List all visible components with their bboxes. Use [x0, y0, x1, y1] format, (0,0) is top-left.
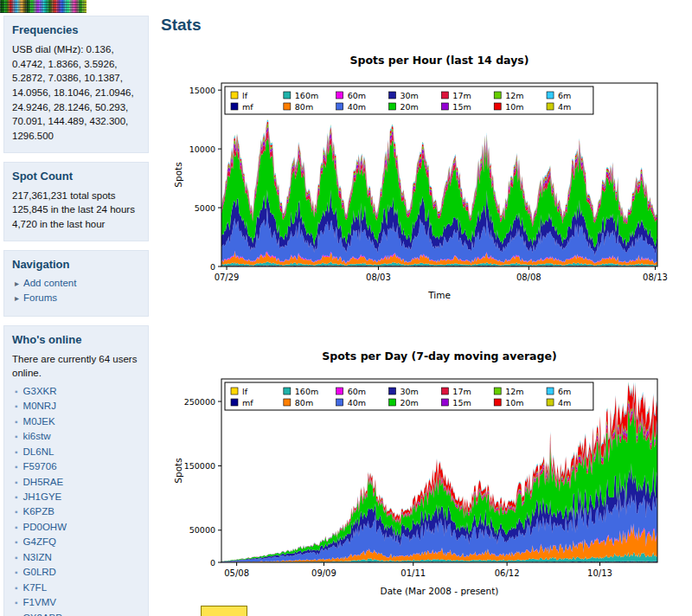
nav-item: Add content [15, 277, 140, 290]
x-axis-label: Date (Mar 2008 - present) [381, 586, 499, 596]
legend-label-20m: 20m [400, 102, 419, 112]
legend-swatch-17m [441, 92, 448, 99]
legend-label-20m: 20m [400, 398, 419, 407]
legend-label-40m: 40m [348, 102, 366, 112]
user-link[interactable]: JH1GYE [23, 491, 62, 502]
legend-label-mf: mf [242, 398, 253, 407]
user-link[interactable]: ki6stw [23, 431, 51, 441]
chart-title: Spots per Hour (last 14 days) [350, 54, 529, 67]
legend-swatch-4m [547, 399, 554, 406]
navigation-title: Navigation [12, 258, 140, 271]
sidebar-block-navigation: Navigation Add contentForums [3, 250, 149, 317]
chart-title: Spots per Day (7-day moving average) [322, 350, 556, 363]
user-link[interactable]: CX2ABP [23, 613, 62, 616]
online-user-item: N3IZN [15, 551, 140, 564]
legend-swatch-80m [284, 103, 291, 110]
legend-label-80m: 80m [295, 398, 313, 407]
user-link[interactable]: DL6NL [23, 446, 54, 457]
online-user-item: G4ZFQ [15, 536, 140, 549]
chart-legend: lf160m60m30m17m12m6mmf80m40m20m15m10m4m [225, 382, 593, 410]
frequencies-text: USB dial (MHz): 0.136, 0.4742, 1.8366, 3… [12, 42, 140, 144]
online-user-item: PD0OHW [15, 521, 140, 534]
legend-label-6m: 6m [558, 387, 571, 396]
online-user-item: G3XKR [15, 385, 140, 398]
online-user-item: K6PZB [15, 505, 140, 518]
user-link[interactable]: G0LRD [23, 567, 56, 577]
online-user-item: K7FL [15, 581, 140, 594]
sidebar-block-frequencies: Frequencies USB dial (MHz): 0.136, 0.474… [3, 16, 149, 153]
navigation-links: Add contentForums [12, 277, 140, 305]
sidebar: Frequencies USB dial (MHz): 0.136, 0.474… [3, 16, 149, 616]
legend-swatch-10m [494, 103, 501, 110]
legend-swatch-160m [284, 92, 291, 99]
user-link[interactable]: F59706 [23, 461, 57, 472]
spot-count-24h: 125,845 in the last 24 hours [12, 202, 140, 217]
online-user-item: M0JEK [15, 415, 140, 428]
online-user-item: DH5RAE [15, 476, 140, 489]
legend-swatch-17m [441, 388, 448, 395]
stacked-area-series [221, 119, 657, 266]
user-link[interactable]: N3IZN [23, 552, 52, 562]
nav-item: Forums [15, 292, 140, 305]
legend-label-60m: 60m [348, 387, 366, 396]
online-users-list: G3XKRM0NRJM0JEKki6stwDL6NLF59706DH5RAEJH… [12, 385, 140, 616]
x-tick-label: 10/13 [587, 568, 612, 578]
nav-link[interactable]: Add content [23, 278, 76, 288]
user-link[interactable]: DH5RAE [23, 477, 64, 487]
sidebar-block-spot-count: Spot Count 217,361,231 total spots 125,8… [3, 162, 149, 241]
spots-per-day-chart: Spots per Day (7-day moving average)0500… [168, 343, 670, 609]
x-tick-label: 08/08 [516, 273, 541, 282]
legend-swatch-30m [389, 388, 396, 395]
y-tick-label: 250000 [184, 397, 215, 407]
legend-label-15m: 15m [452, 102, 471, 112]
legend-label-80m: 80m [295, 102, 313, 112]
legend-label-lf: lf [242, 387, 248, 396]
whos-online-text: There are currently 64 users online. [12, 352, 140, 381]
user-link[interactable]: M0NRJ [23, 401, 56, 411]
site-logo-partial[interactable] [0, 0, 86, 13]
legend-label-60m: 60m [348, 91, 366, 100]
legend-label-12m: 12m [505, 91, 523, 100]
x-tick-label: 07/29 [215, 273, 240, 282]
spot-count-total: 217,361,231 total spots [12, 189, 140, 203]
whos-online-title: Who's online [12, 333, 140, 346]
sidebar-block-whos-online: Who's online There are currently 64 user… [3, 325, 149, 616]
online-user-item: DL6NL [15, 446, 140, 459]
online-user-item: F1VMV [15, 596, 140, 609]
legend-swatch-lf [231, 388, 238, 395]
frequencies-title: Frequencies [12, 23, 140, 36]
legend-swatch-6m [547, 92, 554, 99]
legend-label-30m: 30m [400, 387, 419, 396]
online-user-item: F59706 [15, 460, 140, 473]
user-link[interactable]: G3XKR [23, 386, 57, 396]
y-tick-label: 0 [210, 262, 215, 272]
legend-swatch-20m [389, 399, 396, 406]
x-tick-label: 09/09 [311, 568, 336, 578]
user-link[interactable]: K7FL [23, 582, 48, 593]
user-link[interactable]: PD0OHW [23, 522, 67, 532]
legend-swatch-6m [547, 388, 554, 395]
online-user-item: G0LRD [15, 566, 140, 579]
user-link[interactable]: K6PZB [23, 506, 54, 517]
user-link[interactable]: M0JEK [23, 416, 55, 427]
legend-swatch-160m [284, 388, 291, 395]
legend-label-30m: 30m [400, 91, 419, 100]
user-link[interactable]: F1VMV [23, 597, 56, 607]
nav-link[interactable]: Forums [23, 292, 57, 303]
legend-swatch-4m [547, 103, 554, 110]
y-tick-label: 10000 [189, 144, 215, 154]
legend-swatch-15m [441, 399, 448, 406]
legend-label-4m: 4m [558, 102, 571, 112]
legend-swatch-15m [441, 103, 448, 110]
y-axis-label: Spots [173, 458, 183, 483]
legend-swatch-80m [284, 399, 291, 406]
legend-label-40m: 40m [348, 398, 366, 407]
y-tick-label: 15000 [189, 86, 215, 95]
user-link[interactable]: G4ZFQ [23, 536, 56, 547]
chart-legend: lf160m60m30m17m12m6mmf80m40m20m15m10m4m [225, 87, 593, 114]
legend-label-17m: 17m [452, 91, 471, 100]
y-tick-label: 50000 [189, 525, 215, 535]
legend-label-160m: 160m [295, 91, 318, 100]
legend-swatch-12m [494, 92, 501, 99]
legend-label-mf: mf [242, 102, 253, 112]
